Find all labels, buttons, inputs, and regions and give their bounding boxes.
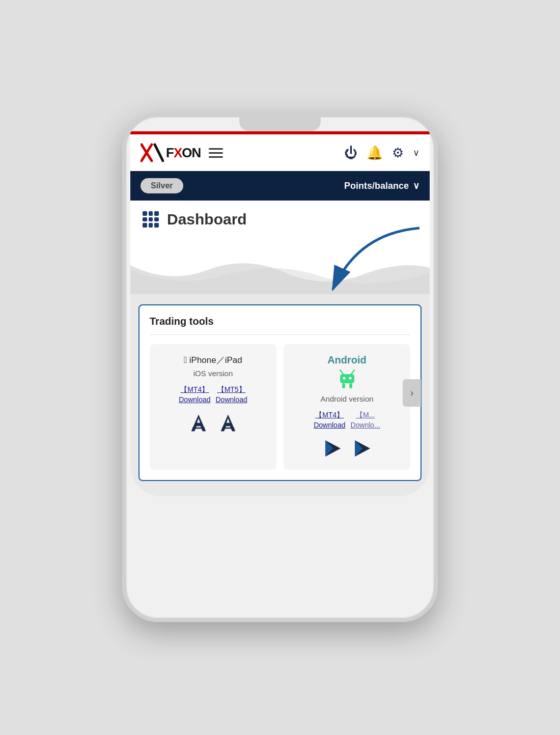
header-chevron-icon[interactable]: ∨ <box>413 147 419 158</box>
nav-bar: Silver Points/balance ∨ <box>130 171 430 201</box>
header-right: ⏻ 🔔 ⚙ ∨ <box>344 145 419 161</box>
ios-subtitle: iOS version <box>193 369 233 378</box>
logo[interactable]: FXON <box>141 143 201 163</box>
android-logo-area: Android <box>327 354 367 391</box>
appstore-mt4-icon[interactable] <box>187 412 210 434</box>
android-mt5-download-text: Downlo... <box>350 421 380 429</box>
power-icon[interactable]: ⏻ <box>344 145 357 161</box>
appstore-mt5-icon[interactable] <box>217 412 239 434</box>
ios-mt4-download[interactable]: 【MT4】 Download <box>179 385 210 405</box>
playstore-mt4-icon[interactable] <box>321 437 344 460</box>
apple-icon:  <box>184 355 187 365</box>
svg-point-7 <box>343 377 345 380</box>
dashboard-header: Dashboard <box>130 201 430 233</box>
points-balance-chevron: ∨ <box>413 180 419 191</box>
platforms-row:  iPhone／iPad iOS version 【MT4】 Download… <box>150 344 410 470</box>
ios-mt4-download-text: Download <box>179 395 210 404</box>
next-button[interactable]: › <box>403 379 421 407</box>
svg-rect-11 <box>342 383 345 388</box>
android-subtitle: Android version <box>320 394 373 403</box>
ios-mt5-label: 【MT5】 <box>217 385 246 393</box>
ios-mt4-label: 【MT4】 <box>180 385 209 393</box>
ios-platform-title:  iPhone／iPad <box>184 354 242 366</box>
logo-text: FXON <box>166 146 201 159</box>
svg-line-9 <box>340 370 343 374</box>
ios-platform-card:  iPhone／iPad iOS version 【MT4】 Download… <box>150 344 276 470</box>
android-download-links: 【MT4】 Download 【M... Downlo... <box>314 410 380 430</box>
logo-icon <box>141 143 164 163</box>
wave-section <box>130 233 430 294</box>
ios-store-icons <box>187 412 239 434</box>
trading-tools-card: Trading tools  iPhone／iPad iOS version … <box>138 304 422 481</box>
android-mt5-label: 【M... <box>356 411 375 419</box>
playstore-mt5-icon[interactable] <box>351 437 373 460</box>
ios-download-links: 【MT4】 Download 【MT5】 Download <box>179 385 247 405</box>
gear-icon[interactable]: ⚙ <box>392 145 404 161</box>
hamburger-button[interactable] <box>209 148 223 158</box>
card-divider <box>150 334 410 335</box>
ios-mt5-download-text: Download <box>216 395 247 404</box>
android-platform-card: Android <box>284 344 410 470</box>
android-robot-icon <box>335 367 359 389</box>
svg-point-8 <box>349 377 351 380</box>
android-mt4-label: 【MT4】 <box>315 411 344 419</box>
phone-frame: FXON ⏻ 🔔 ⚙ ∨ Silver Points/ba <box>122 113 438 622</box>
svg-line-2 <box>155 145 163 161</box>
ios-mt5-download[interactable]: 【MT5】 Download <box>216 385 247 405</box>
android-store-icons <box>321 437 373 460</box>
card-title: Trading tools <box>150 316 410 327</box>
wave-svg <box>130 256 430 294</box>
android-mt4-download[interactable]: 【MT4】 Download <box>314 410 345 430</box>
svg-rect-12 <box>349 383 352 388</box>
android-mt4-download-text: Download <box>314 421 345 429</box>
ios-title-text: iPhone／iPad <box>189 354 242 366</box>
points-balance-label: Points/balance <box>344 181 409 191</box>
android-mt5-download[interactable]: 【M... Downlo... <box>350 410 380 430</box>
phone-screen: FXON ⏻ 🔔 ⚙ ∨ Silver Points/ba <box>130 131 430 496</box>
header-left: FXON <box>141 143 223 163</box>
header: FXON ⏻ 🔔 ⚙ ∨ <box>130 134 430 171</box>
dashboard-grid-icon <box>143 211 159 228</box>
android-title: Android <box>327 354 367 366</box>
dashboard-title: Dashboard <box>167 211 247 228</box>
points-balance-button[interactable]: Points/balance ∨ <box>344 180 419 191</box>
phone-notch <box>239 117 321 131</box>
main-content: Trading tools  iPhone／iPad iOS version … <box>130 294 430 496</box>
svg-line-10 <box>351 370 354 374</box>
silver-badge: Silver <box>141 178 183 193</box>
bell-icon[interactable]: 🔔 <box>367 145 383 161</box>
svg-rect-6 <box>340 374 354 383</box>
